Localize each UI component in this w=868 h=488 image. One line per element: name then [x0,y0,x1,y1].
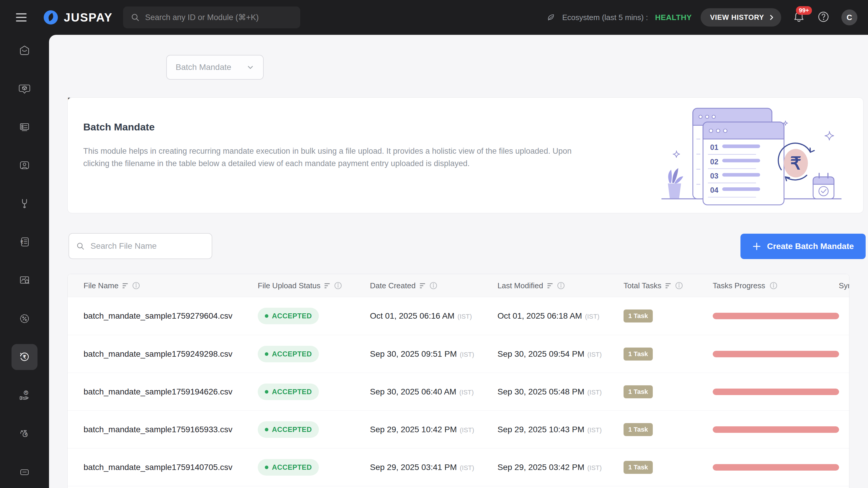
progress-fill [713,389,839,395]
info-icon[interactable] [769,282,778,290]
ecosystem-leaf-icon [547,13,555,22]
refunds-bag-icon: ₹ [18,427,31,440]
last-modified-cell: Sep 30, 2025 05:48 PM(IST) [497,387,602,396]
file-name-link[interactable]: batch_mandate_sample1759249298.csv [84,349,232,359]
date-created-cell: Sep 29, 2025 10:42 PM(IST) [370,425,474,434]
global-search-input[interactable]: Search any ID or Module (⌘+K) [123,6,300,28]
module-dropdown[interactable]: Batch Mandate [166,55,264,80]
file-name-link[interactable]: batch_mandate_sample1759165933.csv [84,425,232,434]
info-card-title: Batch Mandate [83,121,155,133]
payment-doc-icon: ₹ [18,235,31,249]
column-header: File Upload Status [258,274,342,297]
svg-text:₹: ₹ [23,354,26,360]
topbar-right-cluster: Ecosystem (last 5 mins) : HEALTHY VIEW H… [547,8,857,27]
info-icon[interactable] [557,282,565,290]
info-icon[interactable] [334,282,342,290]
ecosystem-label: Ecosystem (last 5 mins) : [562,13,648,22]
progress-fill [713,313,839,319]
status-label: ACCEPTED [272,425,312,434]
sidebar-item-settings[interactable] [11,191,37,217]
payment-card-icon [18,465,31,479]
column-label: Last Modified [497,281,543,290]
date-created-cell: Sep 30, 2025 06:40 AM(IST) [370,387,474,396]
file-name-link[interactable]: batch_mandate_sample1759279604.csv [84,311,232,321]
table-row[interactable]: batch_mandate_sample1759165933.csv ACCEP… [68,411,849,448]
sidebar-item-payouts[interactable]: ₹ [11,382,37,408]
hamburger-menu-icon[interactable] [16,13,27,22]
status-badge: ACCEPTED [258,459,319,476]
table-row-partial[interactable] [68,486,849,488]
batch-mandate-table: File Name File Upload Status Date Create… [67,274,849,488]
column-header: Date Created [370,274,438,297]
timezone-suffix: (IST) [587,389,602,396]
sidebar-item-home[interactable] [11,37,37,63]
task-count-badge: 1 Task [624,348,653,361]
create-batch-mandate-button[interactable]: Create Batch Mandate [740,234,866,259]
filter-icon[interactable] [123,283,128,288]
app-window: JUSPAY Search any ID or Module (⌘+K) Eco… [0,0,868,488]
table-body: batch_mandate_sample1759279604.csv ACCEP… [68,297,849,488]
sidebar-item-payment-card[interactable] [11,459,37,485]
sidebar-item-payment-docs[interactable]: ₹ [11,229,37,255]
filter-icon[interactable] [547,283,553,288]
status-badge: ACCEPTED [258,421,319,438]
file-search-input[interactable] [90,241,205,251]
info-icon[interactable] [675,282,683,290]
info-icon[interactable] [429,282,438,290]
svg-text:₹: ₹ [20,239,23,245]
svg-text:03: 03 [710,172,718,180]
timezone-suffix: (IST) [585,313,599,320]
info-icon[interactable] [132,282,140,290]
top-bar: JUSPAY Search any ID or Module (⌘+K) Eco… [0,0,868,35]
search-icon [76,241,85,251]
task-count-badge: 1 Task [624,310,653,323]
sidebar-item-refunds[interactable]: ₹ [11,421,37,447]
status-badge: ACCEPTED [258,346,319,362]
filter-icon[interactable] [324,283,330,288]
filter-icon[interactable] [665,283,671,288]
svg-text:₹: ₹ [790,154,802,173]
last-modified-cell: Sep 29, 2025 10:43 PM(IST) [497,425,602,434]
sidebar-item-modules[interactable] [11,75,37,101]
sidebar-item-customers[interactable] [11,152,37,178]
juspay-logo-icon [43,10,58,25]
file-search-box[interactable] [68,233,212,259]
timezone-suffix: (IST) [587,351,602,358]
table-header-row: File Name File Upload Status Date Create… [68,274,849,297]
batch-mandate-illustration: 0102 0304 ₹ [654,101,855,210]
timezone-suffix: (IST) [460,351,474,358]
column-header: Total Tasks [624,274,683,297]
date-created-cell: Sep 30, 2025 09:51 PM(IST) [370,349,474,359]
column-header: Tasks Progress [713,274,778,297]
column-header: Last Modified [497,274,565,297]
timezone-suffix: (IST) [460,464,474,471]
tasks-progress-bar [713,426,839,433]
file-name-link[interactable]: batch_mandate_sample1759140705.csv [84,463,232,472]
batch-mandate-info-card: Batch Mandate This module helps in creat… [67,97,864,213]
status-label: ACCEPTED [272,350,312,358]
tasks-progress-bar [713,351,839,357]
help-button[interactable] [817,11,830,24]
file-name-link[interactable]: batch_mandate_sample1759194626.csv [84,387,232,396]
table-row[interactable]: batch_mandate_sample1759194626.csv ACCEP… [68,372,849,411]
table-row[interactable]: batch_mandate_sample1759140705.csv ACCEP… [68,448,849,486]
last-modified-cell: Sep 29, 2025 03:42 PM(IST) [497,463,602,472]
task-count-badge: 1 Task [624,423,653,436]
table-row[interactable]: batch_mandate_sample1759249298.csv ACCEP… [68,335,849,372]
table-row[interactable]: batch_mandate_sample1759279604.csv ACCEP… [68,297,849,335]
sidebar-item-mandates[interactable]: ₹ [11,344,37,370]
sidebar-item-offers[interactable] [11,306,37,332]
sidebar-item-analytics[interactable] [11,267,37,293]
recurring-mandates-icon: ₹ [18,351,31,363]
status-dot [265,465,268,469]
filter-icon[interactable] [420,283,425,288]
tasks-progress-bar [713,389,839,395]
tasks-progress-bar [713,313,839,319]
sidebar-item-orders[interactable] [11,114,37,140]
view-history-button[interactable]: VIEW HISTORY [701,8,781,27]
wrench-icon [18,197,31,210]
date-created-cell: Oct 01, 2025 06:16 AM(IST) [370,311,472,321]
module-dropdown-value: Batch Mandate [176,63,239,72]
notifications-button[interactable]: 99+ [793,10,805,25]
user-avatar[interactable]: C [841,9,857,25]
